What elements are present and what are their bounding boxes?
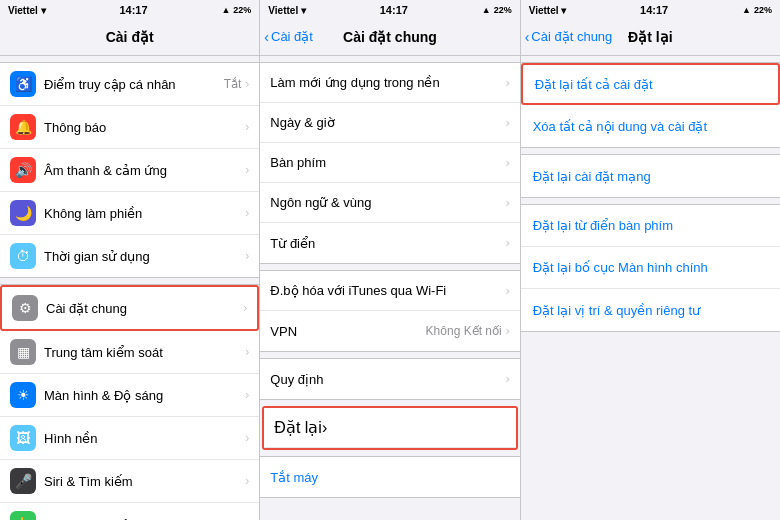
- reset-home-label: Đặt lại bố cục Màn hình chính: [533, 260, 708, 275]
- status-bar-1: Viettel ▾ 14:17 ▲ 22%: [0, 0, 259, 20]
- nav-bar-1: Cài đặt: [0, 20, 259, 56]
- list-item-itunes[interactable]: Đ.bộ hóa với iTunes qua Wi-Fi ›: [260, 271, 519, 311]
- touchid-label: Touch ID & Mật mã: [44, 517, 245, 521]
- nav-bar-3: ‹ Cài đặt chung Đặt lại: [521, 20, 780, 56]
- reset-item-all-settings[interactable]: Đặt lại tất cả cài đặt: [521, 63, 780, 105]
- right-icons-1: ▲ 22%: [221, 5, 251, 15]
- chevron-icon: ›: [506, 236, 510, 250]
- list-item-language[interactable]: Ngôn ngữ & vùng ›: [260, 183, 519, 223]
- list-item-datetime[interactable]: Ngày & giờ ›: [260, 103, 519, 143]
- panel-general: Viettel ▾ 14:17 ▲ 22% ‹ Cài đặt Cài đặt …: [260, 0, 520, 520]
- list-item-dnd[interactable]: 🌙 Không làm phiền ›: [0, 192, 259, 235]
- reset-network-label: Đặt lại cài đặt mạng: [533, 169, 651, 184]
- back-chevron-2: ‹: [264, 29, 269, 45]
- status-bar-3: Viettel ▾ 14:17 ▲ 22%: [521, 0, 780, 20]
- itunes-label: Đ.bộ hóa với iTunes qua Wi-Fi: [270, 283, 505, 298]
- reset-section-2: Đặt lại cài đặt mạng: [521, 154, 780, 198]
- notifications-label: Thông báo: [44, 120, 245, 135]
- vpn-label: VPN: [270, 324, 425, 339]
- siri-icon: 🎤: [10, 468, 36, 494]
- back-chevron-3: ‹: [525, 29, 530, 45]
- access-point-label: Điểm truy cập cá nhân: [44, 77, 224, 92]
- reset-item-location-privacy[interactable]: Đặt lại vị trí & quyền riêng tư: [521, 289, 780, 331]
- dnd-icon: 🌙: [10, 200, 36, 226]
- back-btn-3[interactable]: ‹ Cài đặt chung: [525, 29, 613, 45]
- touchid-icon: 👆: [10, 511, 36, 520]
- sounds-icon: 🔊: [10, 157, 36, 183]
- time-3: 14:17: [640, 4, 668, 16]
- chevron-icon: ›: [506, 284, 510, 298]
- list-item-siri[interactable]: 🎤 Siri & Tìm kiếm ›: [0, 460, 259, 503]
- panel-settings: Viettel ▾ 14:17 ▲ 22% Cài đặt ♿ Điểm tru…: [0, 0, 260, 520]
- list-item-control-center[interactable]: ▦ Trung tâm kiểm soát ›: [0, 331, 259, 374]
- reset-item-keyboard-dict[interactable]: Đặt lại từ điển bàn phím: [521, 205, 780, 247]
- section-group-general: ⚙ Cài đặt chung › ▦ Trung tâm kiểm soát …: [0, 284, 259, 520]
- general-section-4: Đặt lại ›: [262, 406, 517, 450]
- keyboard-label: Bàn phím: [270, 155, 505, 170]
- control-center-label: Trung tâm kiểm soát: [44, 345, 245, 360]
- list-item-regulations[interactable]: Quy định ›: [260, 359, 519, 399]
- datetime-label: Ngày & giờ: [270, 115, 505, 130]
- general-settings-label: Cài đặt chung: [46, 301, 243, 316]
- list-item-sounds[interactable]: 🔊 Âm thanh & cảm ứng ›: [0, 149, 259, 192]
- chevron-icon: ›: [506, 324, 510, 338]
- notifications-icon: 🔔: [10, 114, 36, 140]
- reset-item-erase-all[interactable]: Xóa tất cả nội dung và cài đặt: [521, 105, 780, 147]
- reset-section-1: Đặt lại tất cả cài đặt Xóa tất cả nội du…: [521, 62, 780, 148]
- list-item-access-point[interactable]: ♿ Điểm truy cập cá nhân Tắt ›: [0, 63, 259, 106]
- list-item-screen-time[interactable]: ⏱ Thời gian sử dụng ›: [0, 235, 259, 277]
- nav-title-1: Cài đặt: [106, 29, 154, 45]
- chevron-icon: ›: [245, 474, 249, 488]
- screen-time-label: Thời gian sử dụng: [44, 249, 245, 264]
- list-item-keyboard[interactable]: Bàn phím ›: [260, 143, 519, 183]
- list-item-shutdown[interactable]: Tắt máy: [260, 457, 519, 497]
- settings-list-3[interactable]: Đặt lại tất cả cài đặt Xóa tất cả nội du…: [521, 56, 780, 520]
- nav-title-2: Cài đặt chung: [343, 29, 437, 45]
- list-item-vpn[interactable]: VPN Không Kết nối ›: [260, 311, 519, 351]
- chevron-icon: ›: [245, 249, 249, 263]
- list-item-refresh[interactable]: Làm mới ứng dụng trong nền ›: [260, 63, 519, 103]
- refresh-label: Làm mới ứng dụng trong nền: [270, 75, 505, 90]
- wifi-icon-1: ▲: [221, 5, 230, 15]
- reset-item-network[interactable]: Đặt lại cài đặt mạng: [521, 155, 780, 197]
- section-group-top: ♿ Điểm truy cập cá nhân Tắt › 🔔 Thông bá…: [0, 62, 259, 278]
- settings-list-1[interactable]: ♿ Điểm truy cập cá nhân Tắt › 🔔 Thông bá…: [0, 56, 259, 520]
- list-item-display[interactable]: ☀ Màn hình & Độ sáng ›: [0, 374, 259, 417]
- erase-all-label: Xóa tất cả nội dung và cài đặt: [533, 119, 707, 134]
- list-item-general-settings[interactable]: ⚙ Cài đặt chung ›: [0, 285, 259, 331]
- list-item-touchid[interactable]: 👆 Touch ID & Mật mã ›: [0, 503, 259, 520]
- chevron-icon: ›: [245, 120, 249, 134]
- chevron-icon: ›: [506, 116, 510, 130]
- carrier-3: Viettel ▾: [529, 5, 567, 16]
- list-item-reset[interactable]: Đặt lại ›: [264, 408, 515, 448]
- dictionary-label: Từ điển: [270, 236, 505, 251]
- list-item-wallpaper[interactable]: 🖼 Hình nền ›: [0, 417, 259, 460]
- list-item-dictionary[interactable]: Từ điển ›: [260, 223, 519, 263]
- carrier-2: Viettel ▾: [268, 5, 306, 16]
- general-section-1: Làm mới ứng dụng trong nền › Ngày & giờ …: [260, 62, 519, 264]
- reset-location-label: Đặt lại vị trí & quyền riêng tư: [533, 303, 701, 318]
- chevron-icon: ›: [506, 372, 510, 386]
- back-btn-2[interactable]: ‹ Cài đặt: [264, 29, 313, 45]
- general-settings-icon: ⚙: [12, 295, 38, 321]
- back-label-2: Cài đặt: [271, 29, 313, 44]
- time-2: 14:17: [380, 4, 408, 16]
- reset-keyboard-label: Đặt lại từ điển bàn phím: [533, 218, 673, 233]
- wallpaper-label: Hình nền: [44, 431, 245, 446]
- settings-list-2[interactable]: Làm mới ứng dụng trong nền › Ngày & giờ …: [260, 56, 519, 520]
- wallpaper-icon: 🖼: [10, 425, 36, 451]
- vpn-value: Không Kết nối: [426, 324, 502, 338]
- back-label-3: Cài đặt chung: [531, 29, 612, 44]
- wifi-icon-3: ▲: [742, 5, 751, 15]
- reset-section-3: Đặt lại từ điển bàn phím Đặt lại bố cục …: [521, 204, 780, 332]
- regulations-label: Quy định: [270, 372, 505, 387]
- status-bar-2: Viettel ▾ 14:17 ▲ 22%: [260, 0, 519, 20]
- chevron-icon: ›: [506, 196, 510, 210]
- chevron-icon: ›: [245, 163, 249, 177]
- list-item-notifications[interactable]: 🔔 Thông báo ›: [0, 106, 259, 149]
- nav-title-3: Đặt lại: [628, 29, 672, 45]
- reset-item-home-layout[interactable]: Đặt lại bố cục Màn hình chính: [521, 247, 780, 289]
- display-icon: ☀: [10, 382, 36, 408]
- chevron-icon: ›: [243, 301, 247, 315]
- panel-reset: Viettel ▾ 14:17 ▲ 22% ‹ Cài đặt chung Đặ…: [521, 0, 780, 520]
